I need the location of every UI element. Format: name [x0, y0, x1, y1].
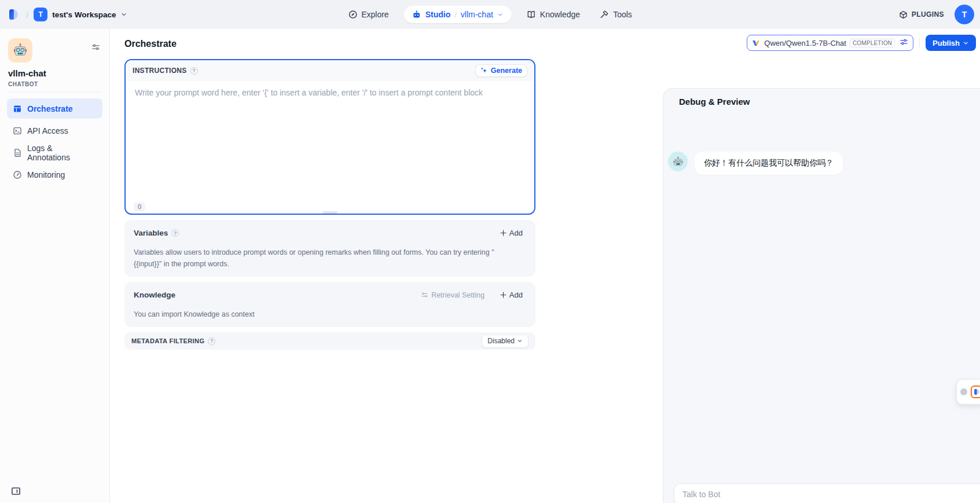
collapse-sidebar-button[interactable] [11, 486, 21, 498]
chevron-down-icon [517, 338, 523, 344]
bot-message-row: 你好！有什么问题我可以帮助你吗？ [663, 152, 980, 175]
header-divider [919, 38, 920, 47]
dify-logo[interactable] [8, 8, 21, 21]
sidebar-item-logs-annotations[interactable]: Logs & Annotations [7, 142, 102, 163]
bot-chat-avatar [668, 152, 688, 171]
main-content: Orchestrate Qwen/Qwen1.5-7B-Chat COMPLET… [110, 29, 980, 503]
logs-document-icon [13, 148, 22, 157]
help-icon[interactable] [190, 67, 198, 75]
floating-helper-widget [956, 379, 980, 405]
app-settings-icon[interactable] [91, 43, 100, 54]
variables-title: Variables [134, 229, 168, 237]
page-title: Orchestrate [124, 39, 177, 49]
plugins-button[interactable]: PLUGINS [899, 10, 944, 19]
plus-icon [500, 229, 507, 237]
add-variable-button[interactable]: Add [496, 227, 526, 239]
main-nav: Explore Studio / vllm-chat Knowledge Too… [343, 6, 637, 23]
variables-section: Variables Add Variables allow users to i… [124, 220, 535, 277]
sidebar-item-label: Monitoring [27, 170, 65, 179]
chat-messages: hi T 你好！有什么问题我可以帮助你吗？ [663, 122, 980, 175]
retrieval-setting-label: Retrieval Setting [431, 291, 485, 299]
instructions-label: INSTRUCTIONS [133, 67, 187, 75]
variables-description: Variables allow users to introduce promp… [134, 247, 504, 270]
plugins-label: PLUGINS [912, 10, 944, 19]
orchestrate-window-icon [13, 104, 22, 113]
monitoring-gauge-icon [13, 170, 22, 179]
model-settings-icon[interactable] [900, 38, 908, 49]
app-name: vllm-chat [8, 68, 46, 78]
nav-item-knowledge[interactable]: Knowledge [522, 6, 585, 23]
debug-preview-panel: Debug & Preview hi T [663, 88, 980, 503]
metadata-filtering-section: METADATA FILTERING Disabled [124, 332, 535, 350]
user-avatar[interactable]: T [955, 5, 974, 24]
model-mode-badge: COMPLETION [850, 39, 895, 47]
nav-item-label: Knowledge [540, 10, 580, 19]
knowledge-section: Knowledge Retrieval Setting Add You can … [124, 282, 535, 327]
metadata-filtering-dropdown[interactable]: Disabled [482, 335, 528, 348]
sidebar-item-monitoring[interactable]: Monitoring [7, 164, 102, 185]
plus-icon [500, 291, 507, 299]
nav-item-label: Explore [361, 10, 388, 19]
knowledge-description: You can import Knowledge as context [134, 309, 526, 320]
publish-button[interactable]: Publish [926, 35, 976, 51]
app-icon[interactable] [8, 38, 32, 63]
bot-message-bubble: 你好！有什么问题我可以帮助你吗？ [695, 152, 843, 175]
nav-item-label: Tools [613, 10, 632, 19]
package-icon [899, 10, 908, 19]
dify-widget-icon[interactable] [971, 385, 980, 398]
sidebar-item-orchestrate[interactable]: Orchestrate [7, 98, 102, 119]
debug-preview-title: Debug & Preview [679, 97, 750, 107]
nav-item-explore[interactable]: Explore [343, 6, 393, 23]
explore-compass-icon [348, 10, 357, 19]
help-icon[interactable] [171, 229, 179, 237]
retrieval-setting-button[interactable]: Retrieval Setting [417, 289, 488, 301]
model-selector[interactable]: Qwen/Qwen1.5-7B-Chat COMPLETION [747, 35, 913, 51]
chat-input-box [674, 483, 980, 503]
help-icon[interactable] [208, 337, 215, 345]
retrieval-sliders-icon [421, 291, 428, 299]
orchestrate-config: INSTRUCTIONS Generate 0 Variables [124, 59, 535, 350]
metadata-filtering-label: METADATA FILTERING [131, 337, 204, 344]
resize-handle[interactable] [322, 211, 337, 214]
sidebar-item-label: API Access [27, 126, 68, 135]
sidebar-item-label: Orchestrate [27, 104, 73, 113]
publish-label: Publish [933, 39, 960, 47]
nav-item-studio[interactable]: Studio / vllm-chat [404, 6, 512, 23]
robot-emoji-icon [13, 43, 28, 58]
studio-label: Studio [425, 10, 451, 19]
sidebar-divider [8, 91, 101, 92]
instructions-input[interactable] [126, 81, 534, 185]
sidebar-item-label: Logs & Annotations [27, 144, 97, 162]
top-nav: / T test's Workspace Explore Studio / vl… [0, 0, 980, 29]
nav-separator: / [26, 10, 28, 20]
app-sidebar: vllm-chat CHATBOT Orchestrate API Access… [0, 29, 110, 503]
add-label: Add [509, 229, 523, 237]
hammer-icon [600, 10, 609, 19]
terminal-icon [13, 126, 22, 135]
workspace-name: test's Workspace [52, 10, 116, 19]
add-label: Add [509, 291, 523, 299]
workspace-selector[interactable]: T test's Workspace [34, 8, 127, 21]
robot-icon [412, 10, 421, 19]
generate-button[interactable]: Generate [475, 64, 527, 77]
workspace-avatar: T [34, 8, 47, 21]
chevron-down-icon [497, 12, 504, 18]
book-icon [527, 10, 536, 19]
user-message-row: hi T [663, 122, 980, 144]
robot-emoji-icon [673, 156, 684, 167]
model-name: Qwen/Qwen1.5-7B-Chat [764, 39, 846, 47]
studio-separator: / [454, 10, 457, 19]
char-count-badge: 0 [134, 202, 145, 211]
add-knowledge-button[interactable]: Add [496, 289, 526, 301]
knowledge-title: Knowledge [134, 291, 175, 299]
sidebar-item-api-access[interactable]: API Access [7, 120, 102, 141]
studio-current-app: vllm-chat [461, 10, 493, 19]
widget-dot-button[interactable] [960, 388, 967, 395]
vllm-logo-icon [752, 39, 761, 47]
talk-to-bot-input[interactable] [682, 484, 980, 503]
sidebar-menu: Orchestrate API Access Logs & Annotation… [7, 98, 102, 185]
metadata-filtering-value: Disabled [487, 337, 515, 345]
chevron-down-icon [963, 40, 969, 46]
nav-item-tools[interactable]: Tools [595, 6, 637, 23]
generate-label: Generate [491, 67, 522, 75]
